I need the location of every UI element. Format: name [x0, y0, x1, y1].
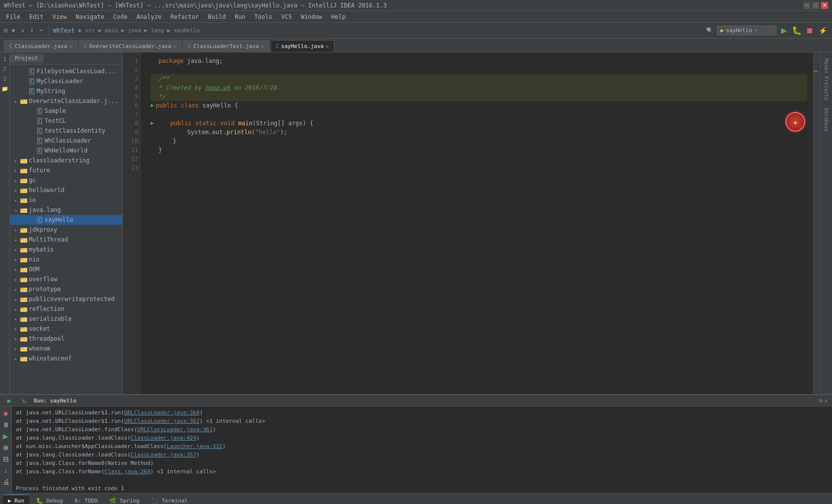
- menu-run[interactable]: Run: [231, 12, 250, 21]
- tree-item-Sample[interactable]: C Sample: [10, 106, 122, 116]
- run-filter-btn[interactable]: ⊟: [1, 454, 11, 464]
- close-button[interactable]: ✕: [821, 2, 828, 9]
- run-settings-icon[interactable]: ⚙: [819, 397, 823, 404]
- menu-analyze[interactable]: Analyze: [132, 12, 165, 21]
- run-close-icon[interactable]: ✕: [825, 397, 828, 404]
- toolbar-btn-4[interactable]: ✂: [38, 26, 45, 35]
- tree-item-reflection[interactable]: ▸ reflection: [10, 304, 122, 314]
- tree-item-java-lang[interactable]: ▾ java.lang: [10, 205, 122, 215]
- toolbar-find-btn[interactable]: 🔍: [704, 26, 715, 35]
- tab-spring[interactable]: 🌿 Spring: [104, 495, 144, 504]
- tree-file-icon: [20, 295, 28, 303]
- tree-item-nio[interactable]: ▸ nio: [10, 254, 122, 264]
- tree-item-threadpool[interactable]: ▸ threadpool: [10, 334, 122, 344]
- run-print-btn[interactable]: 🖨: [1, 477, 11, 487]
- run-pause-btn[interactable]: ⏸: [1, 420, 11, 430]
- tree-item-MyString[interactable]: C MyString: [10, 86, 122, 96]
- editor-area[interactable]: 12345678910111213 package java.lang;/** …: [123, 52, 820, 394]
- toolbar-btn-3[interactable]: ↑: [28, 26, 36, 35]
- tree-item-publicoverwriteprotected[interactable]: ▸ publicoverwriteprotected: [10, 294, 122, 304]
- menu-vcs[interactable]: VCS: [277, 12, 296, 21]
- tree-item-helloworld[interactable]: ▸ helloworld: [10, 185, 122, 195]
- menu-navigate[interactable]: Navigate: [72, 12, 108, 21]
- tab-close-2[interactable]: ✕: [173, 44, 176, 49]
- menu-view[interactable]: View: [49, 12, 71, 21]
- run-button[interactable]: ▶: [779, 25, 789, 36]
- toolbar-btn-2[interactable]: ↓: [19, 26, 26, 35]
- run-play-btn[interactable]: ▶: [4, 395, 15, 406]
- tab-classloadertest[interactable]: C ClassLoaderTest.java ✕: [183, 40, 269, 52]
- output-link[interactable]: URLClassLoader.java:368: [124, 408, 200, 417]
- coverage-button[interactable]: ⚡: [817, 25, 828, 36]
- menu-tools[interactable]: Tools: [251, 12, 276, 21]
- tab-close-4[interactable]: ✕: [326, 44, 329, 49]
- output-link[interactable]: Launcher.java:331: [167, 442, 223, 451]
- tree-item-classloaderstring[interactable]: ▸ classloaderstring: [10, 155, 122, 165]
- menu-window[interactable]: Window: [297, 12, 326, 21]
- code-line-content: */: [158, 92, 165, 101]
- output-link[interactable]: ClassLoader.java:357: [131, 451, 196, 459]
- tab-debug[interactable]: 🐛 Debug: [31, 495, 68, 504]
- tree-item-OOM[interactable]: ▸ OOM: [10, 264, 122, 274]
- run-stop-btn[interactable]: ■: [1, 408, 11, 418]
- tab-todo[interactable]: 6: TODO: [70, 495, 103, 504]
- tree-item-whinstanceof[interactable]: ▸ whinstanceof: [10, 353, 122, 363]
- code-content[interactable]: package java.lang;/** * Created by hupo.…: [145, 52, 813, 394]
- menu-refactor[interactable]: Refactor: [166, 12, 203, 21]
- run-resume-btn[interactable]: ▶: [1, 431, 11, 441]
- left-icon-3[interactable]: 3: [0, 74, 9, 83]
- run-rerun-btn[interactable]: ↻: [19, 395, 30, 406]
- run-settings-btn[interactable]: ⊕: [1, 443, 11, 453]
- menu-edit[interactable]: Edit: [25, 12, 48, 21]
- tree-item-MyClassLoader[interactable]: C MyClassLoader: [10, 76, 122, 86]
- tree-item-gc[interactable]: ▸ gc: [10, 175, 122, 185]
- tree-item-io[interactable]: ▸ io: [10, 195, 122, 205]
- maximize-button[interactable]: □: [812, 2, 819, 9]
- tree-item-MultiThread[interactable]: ▸ MultiThread: [10, 235, 122, 245]
- maven-projects-btn[interactable]: Maven Projects: [823, 54, 830, 104]
- tab-overwriteclassloader[interactable]: C OverwriteClassLoader.java ✕: [79, 40, 182, 52]
- left-icon-2[interactable]: 2: [0, 64, 9, 73]
- tree-item-FileSystemClassLoad---[interactable]: C FileSystemClassLoad...: [10, 66, 122, 76]
- tree-item-sayHello[interactable]: C sayHello: [10, 215, 122, 225]
- database-btn[interactable]: Database: [823, 104, 830, 136]
- tree-item-OverwriteClassLoader-j---[interactable]: ▸ OverwriteClassLoader.j...: [10, 96, 122, 106]
- left-panel-tabs: Project: [10, 52, 122, 64]
- tab-run[interactable]: ▶ Run: [3, 495, 29, 504]
- tab-classloader[interactable]: C ClassLoader.java ✕: [4, 40, 78, 52]
- tab-close-1[interactable]: ✕: [69, 44, 72, 49]
- menu-build[interactable]: Build: [204, 12, 230, 21]
- project-tab[interactable]: Project: [10, 54, 43, 62]
- tree-item-jdkproxy[interactable]: ▸ jdkproxy: [10, 225, 122, 235]
- tree-item-mybatis[interactable]: ▸ mybatis: [10, 245, 122, 254]
- debug-button[interactable]: 🐛: [791, 25, 802, 36]
- stop-button[interactable]: ⏹: [804, 25, 815, 36]
- minimize-button[interactable]: ─: [803, 2, 810, 9]
- tree-item-prototype[interactable]: ▸ prototype: [10, 284, 122, 294]
- tree-item-WhHelloWorld[interactable]: C WhHelloWorld: [10, 146, 122, 155]
- tree-item-future[interactable]: ▸ future: [10, 165, 122, 175]
- tree-item-WhClassLoader[interactable]: C WhClassLoader: [10, 136, 122, 146]
- tree-item-serializable[interactable]: ▸ serializable: [10, 314, 122, 324]
- tree-item-testClassIdentity[interactable]: C testClassIdentity: [10, 126, 122, 136]
- left-icon-1[interactable]: 1: [0, 54, 9, 63]
- menu-help[interactable]: Help: [327, 12, 350, 21]
- tree-item-socket[interactable]: ▸ socket: [10, 324, 122, 334]
- output-link[interactable]: URLClassLoader.java:361: [137, 425, 212, 434]
- tree-item-whenum[interactable]: ▸ whenum: [10, 344, 122, 353]
- tab-terminal[interactable]: ⬛ Terminal: [147, 495, 193, 504]
- run-scroll-btn[interactable]: ↓: [1, 465, 11, 475]
- tab-close-3[interactable]: ✕: [261, 44, 264, 49]
- run-config-combo[interactable]: ▶ sayHello ▾: [717, 26, 777, 35]
- svg-rect-41: [20, 357, 23, 358]
- output-link[interactable]: URLClassLoader.java:362: [124, 417, 200, 425]
- left-icon-4[interactable]: 📁: [0, 84, 9, 93]
- tree-item-overflow[interactable]: ▸ overflow: [10, 274, 122, 284]
- output-link[interactable]: ClassLoader.java:424: [131, 434, 196, 442]
- toolbar-btn-1[interactable]: ⊕: [10, 26, 17, 35]
- menu-code[interactable]: Code: [109, 12, 132, 21]
- tab-sayhello[interactable]: C sayHello.java ✕: [270, 40, 334, 52]
- tree-item-TestCL[interactable]: C TestCL: [10, 116, 122, 126]
- menu-file[interactable]: File: [2, 12, 24, 21]
- output-link[interactable]: Class.java:264: [104, 467, 151, 476]
